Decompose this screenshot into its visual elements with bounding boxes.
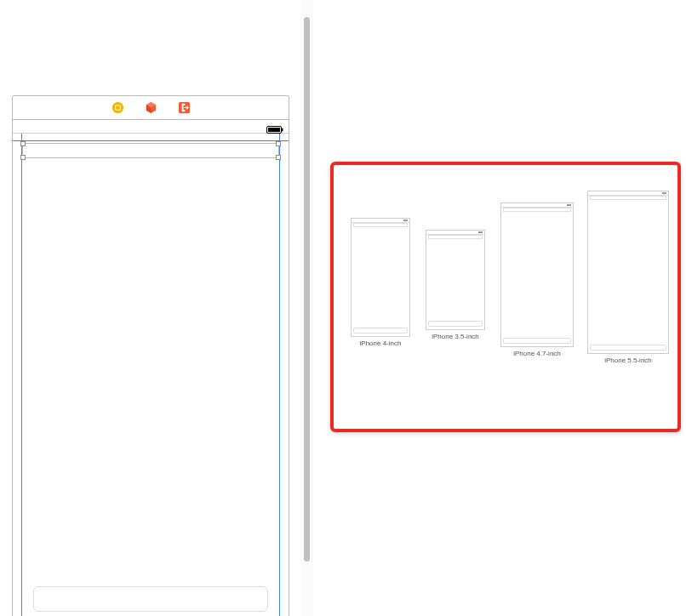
vertical-scrollbar-thumb[interactable] — [304, 17, 310, 562]
preview-device-frame — [351, 218, 410, 337]
svg-rect-4 — [268, 128, 280, 132]
battery-icon — [266, 122, 283, 129]
preview-label: iPhone 3.5-inch — [432, 333, 479, 340]
interface-builder-canvas[interactable] — [12, 95, 289, 616]
svg-rect-5 — [282, 128, 283, 132]
assistant-preview-panel: iPhone 4-inch iPhone 3.5-inch iPhone 4.7… — [330, 162, 681, 432]
preview-device-frame — [500, 202, 574, 347]
resize-handle-top-left[interactable] — [20, 141, 26, 146]
bottom-text-field[interactable] — [33, 586, 268, 612]
preview-iphone-3-5-inch[interactable]: iPhone 3.5-inch — [426, 230, 485, 340]
layout-guide-top — [13, 140, 289, 141]
preview-label: iPhone 4-inch — [360, 339, 402, 347]
preview-device-frame — [426, 230, 485, 330]
resize-handle-bottom-left[interactable] — [20, 155, 26, 160]
svg-point-0 — [111, 102, 123, 113]
preview-device-frame — [587, 191, 669, 354]
preview-iphone-4-inch[interactable]: iPhone 4-inch — [351, 218, 410, 347]
stack-icon[interactable] — [111, 101, 124, 114]
layout-guide-leading — [21, 134, 22, 616]
resize-handle-top-right[interactable] — [276, 141, 281, 146]
preview-label: iPhone 4.7-inch — [513, 350, 561, 357]
selected-view-element[interactable] — [22, 143, 279, 158]
vertical-scrollbar-track[interactable] — [301, 0, 313, 616]
device-status-bar — [13, 120, 289, 134]
preview-iphone-5-5-inch[interactable]: iPhone 5.5-inch — [587, 191, 669, 364]
cube-icon[interactable] — [145, 101, 157, 114]
exit-segue-icon[interactable] — [178, 101, 191, 114]
resize-handle-bottom-right[interactable] — [276, 155, 281, 160]
layout-guide-trailing — [279, 134, 280, 616]
preview-iphone-4-7-inch[interactable]: iPhone 4.7-inch — [500, 202, 574, 357]
preview-label: iPhone 5.5-inch — [604, 356, 652, 364]
scene-dock-toolbar — [13, 96, 289, 120]
view-controller-frame[interactable] — [13, 120, 289, 616]
